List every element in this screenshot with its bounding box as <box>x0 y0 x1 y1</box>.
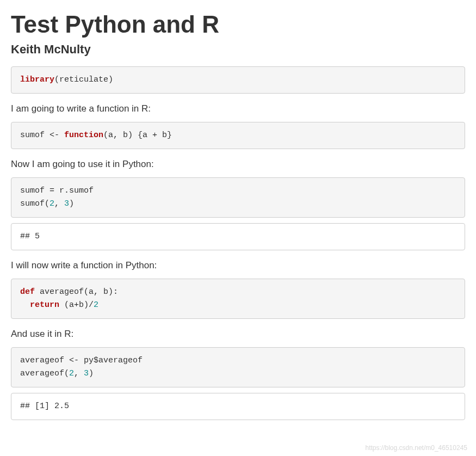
code-block: sumof = r.sumof sumof(2, 3) <box>11 177 465 218</box>
code-block: def averageof(a, b): return (a+b)/2 <box>11 279 465 319</box>
output-block: ## 5 <box>11 223 465 250</box>
paragraph: And use it in R: <box>11 329 465 340</box>
page-title: Test Python and R <box>11 11 465 38</box>
paragraph: I am going to write a function in R: <box>11 103 465 114</box>
code-block: library(reticulate) <box>11 66 465 94</box>
code-block: averageof <- py$averageof averageof(2, 3… <box>11 347 465 387</box>
paragraph: Now I am going to use it in Python: <box>11 159 465 170</box>
author: Keith McNulty <box>11 42 465 57</box>
code-block: sumof <- function(a, b) {a + b} <box>11 122 465 149</box>
document-body: library(reticulate)I am going to write a… <box>11 66 465 420</box>
paragraph: I will now write a function in Python: <box>11 260 465 271</box>
output-block: ## [1] 2.5 <box>11 393 465 420</box>
